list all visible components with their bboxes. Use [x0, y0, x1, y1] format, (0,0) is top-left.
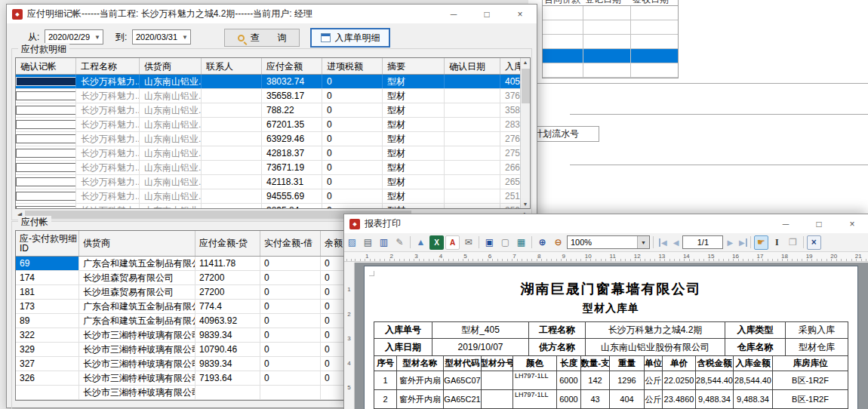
- receipt-detail-button[interactable]: 入库单明细: [310, 28, 390, 48]
- confirm-checkbox[interactable]: [16, 106, 76, 115]
- last-page-button[interactable]: ▶: [737, 238, 747, 247]
- column-header[interactable]: 应付金额: [262, 58, 322, 74]
- cell-confirm-date: [445, 118, 500, 131]
- info-value: 2019/10/07: [432, 339, 529, 355]
- prev-page-button[interactable]: ◀: [671, 238, 682, 247]
- table-row[interactable]: 长沙万科魅力... 山东南山铝业... 63929.46 0 型材 276: [16, 132, 530, 146]
- table-row[interactable]: [543, 63, 678, 78]
- table-row[interactable]: 长沙万科魅力... 山东南山铝业... 94555.69 0 型材 251: [16, 189, 530, 204]
- confirm-checkbox[interactable]: [16, 206, 76, 209]
- close-button[interactable]: ×: [503, 5, 537, 23]
- column-header[interactable]: 实付金额-借: [260, 231, 321, 256]
- cell-confirm: [16, 89, 76, 103]
- toolbar-icon[interactable]: ▤: [361, 235, 375, 250]
- copy-icon[interactable]: ❐: [786, 235, 800, 250]
- toolbar-icon[interactable]: ▦: [514, 235, 528, 250]
- from-date-picker[interactable]: 2020/02/29 ▼: [45, 29, 103, 45]
- text-select-icon[interactable]: I: [770, 235, 784, 250]
- chevron-down-icon[interactable]: ▼: [637, 236, 649, 248]
- column-header[interactable]: 签收日期: [631, 0, 678, 5]
- zoom-in-icon[interactable]: ⊕: [535, 235, 549, 250]
- cell-contact: [202, 118, 262, 131]
- page-number-box[interactable]: 1/1: [682, 235, 723, 249]
- cell-length: 6000: [557, 390, 581, 408]
- cell-summary: 型材: [383, 189, 445, 203]
- table-row[interactable]: 长沙万科魅力... 山东南山铝业... 67201.35 0 型材 283: [16, 118, 530, 132]
- column-header[interactable]: 确认记帐: [16, 58, 76, 74]
- cell-summary: 型材: [383, 175, 445, 189]
- maximize-button[interactable]: □: [802, 214, 836, 233]
- confirm-checkbox[interactable]: [16, 177, 76, 186]
- toolbar-icon[interactable]: ▥: [377, 235, 391, 250]
- minimize-button[interactable]: ─: [769, 214, 802, 233]
- confirm-checkbox[interactable]: [16, 192, 76, 201]
- toolbar-icon[interactable]: ▢: [498, 235, 512, 250]
- table-row[interactable]: 长沙万科魅力... 山东南山铝业... 35658.17 0 型材 376: [16, 89, 530, 103]
- cell-contact: [202, 175, 262, 189]
- confirm-checkbox[interactable]: [16, 134, 76, 143]
- toolbar-icon[interactable]: ▣: [482, 235, 497, 250]
- separator: [750, 236, 751, 248]
- toolbar-icon[interactable]: ✎: [392, 235, 407, 250]
- cell-credit: 0: [260, 314, 321, 328]
- table-row[interactable]: 长沙万科魅力... 山东南山铝业... 42818.37 0 型材 275: [16, 146, 530, 161]
- column-header[interactable]: 应-实付款明细ID: [16, 231, 79, 256]
- table-row[interactable]: 长沙万科魅力... 山东南山铝业... 788.22 0 型材 358: [16, 103, 530, 118]
- scrollbar-thumb[interactable]: [522, 69, 530, 103]
- zoom-select[interactable]: 100% ▼: [567, 235, 650, 249]
- ruler-number: 14: [674, 252, 699, 261]
- table-row[interactable]: 长沙万科魅力... 山东南山铝业... 38032.74 0 型材 405: [16, 75, 530, 89]
- column-header[interactable]: 供货商: [79, 231, 195, 256]
- cell-project: 长沙万科魅力...: [76, 75, 140, 88]
- table-row[interactable]: [543, 6, 678, 20]
- confirm-checkbox[interactable]: [16, 149, 76, 158]
- first-page-button[interactable]: ◀: [659, 238, 669, 247]
- query-button[interactable]: 查 询: [224, 29, 300, 47]
- next-page-button[interactable]: ▶: [725, 238, 735, 247]
- column-header[interactable]: 供货商: [140, 58, 202, 74]
- table-row[interactable]: [543, 35, 678, 49]
- column-header[interactable]: 工程名称: [76, 58, 140, 74]
- chevron-down-icon[interactable]: ▼: [92, 34, 103, 41]
- table-row[interactable]: 长沙万科魅力... 山东南山铝业... 73671.19 0 型材 266: [16, 161, 530, 175]
- close-preview-icon[interactable]: ×: [807, 235, 821, 250]
- cell-confirm: [16, 103, 76, 117]
- scroll-up-arrow[interactable]: ▲: [521, 60, 530, 65]
- minimize-button[interactable]: ─: [437, 5, 470, 23]
- export-icon[interactable]: ✉: [461, 235, 476, 250]
- cell-debit: 774.4: [195, 300, 260, 313]
- maximize-button[interactable]: □: [470, 5, 503, 23]
- column-header[interactable]: 确认日期: [445, 58, 500, 74]
- table-row[interactable]: [543, 20, 678, 35]
- column-header[interactable]: 摘要: [383, 58, 445, 74]
- to-date-picker[interactable]: 2020/03/31 ▼: [132, 29, 191, 45]
- detail-header-row: 序号型材名称型材代码型材分号颜色长度数量-支重量单位单价含税金额入库金额库房库位: [374, 356, 848, 371]
- column-header[interactable]: 联系人: [202, 58, 262, 74]
- column-header[interactable]: 合同价款: [543, 0, 583, 5]
- cell-empty: [631, 63, 678, 77]
- export-icon[interactable]: X: [429, 235, 444, 250]
- confirm-checkbox[interactable]: [16, 120, 76, 129]
- column-header[interactable]: 登记日期: [583, 0, 631, 5]
- report-preview-area[interactable]: 123456 湖南巨晟门窗幕墙有限公司 型材入库单 入库单号 型材_405 工程…: [344, 263, 868, 409]
- hand-tool-icon[interactable]: ☛: [754, 235, 768, 250]
- table-row[interactable]: 长沙万科魅力 山东南山铝业 3895.84 0 型材 250: [16, 204, 530, 209]
- column-header[interactable]: 进项税额: [322, 58, 383, 74]
- cell-project: 长沙万科魅力...: [76, 118, 140, 131]
- export-icon[interactable]: ▲: [414, 235, 428, 250]
- export-icon[interactable]: A: [445, 235, 460, 250]
- table-row[interactable]: [543, 49, 678, 63]
- zoom-out-icon[interactable]: ⊖: [551, 235, 565, 250]
- cell-debit: 9839.34: [195, 328, 260, 342]
- confirm-checkbox[interactable]: [16, 91, 76, 100]
- scroll-down-arrow[interactable]: ▼: [521, 201, 530, 207]
- table-row[interactable]: 长沙万科魅力... 山东南山铝业... 42118.31 0 型材 265: [16, 175, 530, 189]
- chevron-down-icon[interactable]: ▼: [180, 34, 190, 41]
- confirm-checkbox[interactable]: [16, 77, 76, 86]
- vertical-scrollbar[interactable]: ▲ ▼: [520, 58, 530, 208]
- cell-empty: [583, 35, 631, 48]
- toolbar-icon[interactable]: ▨: [345, 235, 359, 250]
- close-button[interactable]: ×: [836, 214, 868, 233]
- confirm-checkbox[interactable]: [16, 163, 76, 172]
- column-header[interactable]: 应付金额-贷: [195, 231, 260, 256]
